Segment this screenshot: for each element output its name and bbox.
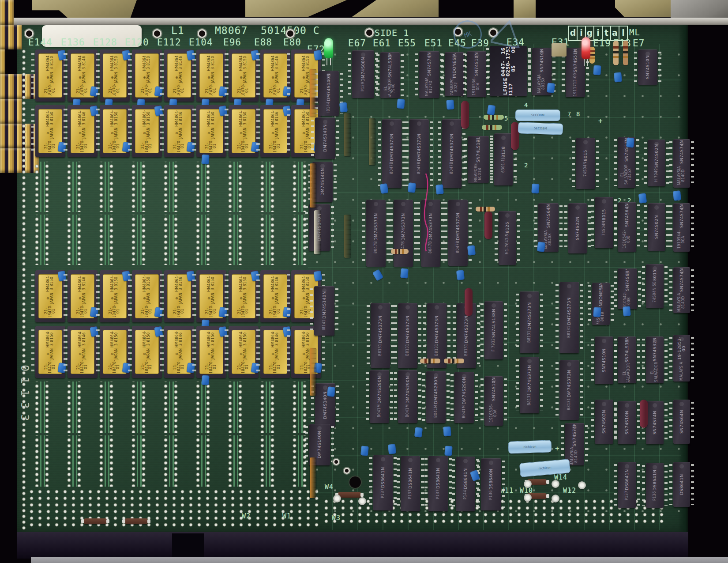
solder-washer-pad bbox=[333, 495, 341, 503]
capacitor-blue bbox=[537, 242, 546, 252]
dec-transistor bbox=[552, 43, 567, 57]
sip-resistor-pack bbox=[310, 163, 316, 208]
resistor bbox=[444, 359, 464, 363]
capacitor-electrolytic: nichicon bbox=[508, 440, 552, 453]
capacitor-blue bbox=[593, 307, 601, 317]
dip-ic: 74S08PC 8018INDONESIA bbox=[592, 283, 610, 325]
dram-gold-lid: 21-18470-01⊛ JAPANHM4864-3 8150 bbox=[232, 274, 255, 318]
silkscreen-text: E128 bbox=[93, 37, 117, 48]
capacitor-blue bbox=[380, 183, 389, 194]
dip-ic: B8131DM74S373N bbox=[371, 303, 390, 368]
capacitor-blue bbox=[623, 306, 631, 316]
sip-resistor-pack bbox=[310, 348, 316, 396]
dip-ic: DM74S140N bbox=[315, 117, 335, 159]
dip-ic: P129DM74S00N bbox=[352, 50, 374, 98]
capacitor-blue bbox=[339, 102, 348, 113]
dip-ic: P144DS8641N bbox=[456, 457, 475, 511]
edge-connector-fingers bbox=[0, 49, 5, 74]
solder-washer-pad bbox=[578, 481, 586, 489]
capacitor-blue bbox=[313, 271, 323, 282]
dip-ic: P136DS8640N bbox=[481, 458, 501, 510]
mod-wire-pink bbox=[415, 170, 446, 254]
dip-ic: EL SALVADORSN74S32N bbox=[646, 336, 664, 383]
capacitor-blue bbox=[201, 375, 209, 385]
solder-washer-pad bbox=[552, 480, 559, 488]
resistor bbox=[613, 41, 619, 65]
dip-ic: MALAYSIA 8140DSN74S74N bbox=[673, 267, 690, 313]
dip-ic: B041MDM74S290N bbox=[370, 370, 389, 423]
resistor bbox=[484, 115, 504, 120]
dip-ic: P137DS8641N bbox=[373, 455, 393, 510]
dip-ic: MALAYSIA 8127DSN74S74N bbox=[419, 51, 439, 98]
solder-washer-pad bbox=[358, 497, 366, 505]
silkscreen-text: W2 bbox=[242, 512, 251, 520]
dip-ic: B8131DM74S373N bbox=[520, 357, 539, 413]
dip-ic: EL SALVADOR 7940SN74LS38N bbox=[380, 52, 400, 98]
solder-washer-pad bbox=[524, 494, 532, 502]
silkscreen-text: E7 bbox=[633, 38, 645, 49]
jumper-plug bbox=[338, 492, 361, 498]
silkscreen-text: W4 bbox=[325, 483, 334, 491]
silkscreen-text: 4 bbox=[524, 102, 528, 109]
silkscreen-text: E104 bbox=[189, 37, 213, 48]
dip-ic: B8131DM74S373N bbox=[559, 360, 579, 420]
solder-washer-pad bbox=[552, 495, 559, 503]
capacitor-blue bbox=[201, 154, 209, 164]
dip-ic: 8047BDM74S373N bbox=[366, 200, 386, 267]
unpopulated-pad-array bbox=[27, 162, 313, 212]
dram-gold-lid: 21-18470-01⊛ JAPANHM4864-3 8146 bbox=[71, 330, 94, 374]
capacitor-blue bbox=[456, 270, 465, 280]
dip-ic: 1910542-00BSN74S64N bbox=[618, 202, 636, 252]
capacitor-blue bbox=[444, 446, 452, 456]
silkscreen-text: E120 bbox=[125, 37, 149, 48]
dip-ic: MALAYSIA 8140DSN74S74N bbox=[673, 139, 690, 188]
dip-ic: P136DS8641N bbox=[646, 463, 664, 508]
capacitor-tantalum bbox=[640, 400, 648, 428]
unpopulated-pad-array bbox=[27, 382, 313, 433]
dip-ic: H 7949SN74S02N bbox=[648, 140, 665, 186]
dram-gold-lid: 21-18470-01⊛ JAPANHM4864-3 8150 bbox=[199, 109, 223, 153]
dip-ic: P137DS8641N bbox=[618, 462, 636, 508]
capacitor-blue bbox=[593, 65, 601, 75]
capacitor-blue bbox=[388, 444, 396, 454]
mounting-hole bbox=[25, 29, 34, 38]
silkscreen-text: M8067 5014500 C bbox=[215, 25, 320, 36]
capacitor-blue bbox=[400, 268, 409, 278]
dip-ic: 1910544-00ASN74S74N bbox=[673, 203, 690, 252]
mounting-hole bbox=[286, 29, 295, 38]
silkscreen-text: L1 bbox=[171, 25, 184, 36]
capacitor-blue bbox=[531, 183, 539, 193]
silkscreen-text: SIDE 1 bbox=[375, 27, 409, 38]
silkscreen-text: E67 bbox=[348, 38, 366, 49]
silkscreen-text: E19 bbox=[593, 38, 611, 49]
red-led bbox=[582, 37, 590, 59]
silkscreen-text: E96 bbox=[223, 37, 241, 48]
silkscreen-text: E55 bbox=[398, 38, 416, 49]
dip-ic: SN74S10N bbox=[595, 336, 613, 384]
resistor bbox=[482, 125, 502, 130]
resistor bbox=[391, 249, 409, 254]
dram-gold-lid: 21-18470-01⊛ JAPANHM4864-3 8150 bbox=[103, 53, 127, 98]
capacitor-blue bbox=[638, 193, 647, 204]
dip-ic: EL SALVADORSN74LS38N bbox=[618, 336, 636, 383]
dip-ic: I8141DM74S140N bbox=[314, 286, 334, 336]
unpopulated-pad-array bbox=[27, 215, 313, 265]
dip-ic: P137DS8641N bbox=[428, 456, 448, 511]
silkscreen-text: E51 bbox=[424, 38, 443, 49]
dip-ic: B8131DM74S373N bbox=[398, 303, 417, 368]
solder-washer-pad bbox=[524, 480, 532, 488]
capacitor-blue bbox=[673, 190, 681, 201]
silkscreen-text: W3 bbox=[332, 514, 341, 522]
mounting-hole bbox=[153, 29, 161, 38]
dip-ic: 1910536-00ASN74S10N bbox=[467, 51, 486, 97]
capacitor-tantalum bbox=[461, 101, 469, 129]
dram-gold-lid: 21-18470-01⊛ JAPANHM4864-3 8146 bbox=[263, 109, 287, 153]
dram-gold-lid: 21-18470-01⊛ JAPANHM4864-3 8150 bbox=[135, 330, 159, 374]
edge-pad-column bbox=[19, 49, 28, 530]
capacitor-tantalum bbox=[465, 288, 473, 316]
dram-gold-lid: 21-18470-01⊛ JAPANHM4864-3 8150 bbox=[103, 274, 127, 318]
dip-ic: MALAYSIA19-12853-00 bbox=[673, 335, 690, 382]
silkscreen-text: E112 bbox=[157, 37, 181, 48]
dip-ic: M1-7643-58126 bbox=[499, 211, 516, 265]
dip-ic: F 7932SN74LS138N bbox=[484, 301, 503, 359]
